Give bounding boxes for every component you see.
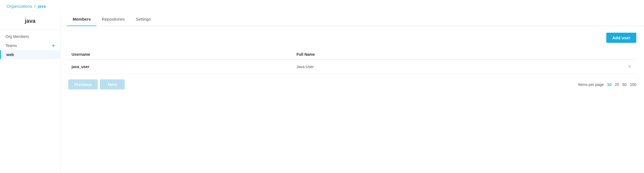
col-header-actions	[516, 49, 636, 60]
ipp-100[interactable]: 100	[630, 82, 636, 87]
items-per-page-label: Items per page	[578, 82, 604, 87]
tab-bar: Members Repositories Settings	[61, 12, 644, 26]
next-button[interactable]: Next	[100, 79, 125, 90]
tab-repositories[interactable]: Repositories	[96, 12, 130, 26]
sidebar-org-name: java	[0, 18, 60, 30]
sidebar-item-web[interactable]: web	[0, 50, 60, 59]
sidebar-item-label: Org Members	[6, 34, 29, 39]
sidebar-item-label: Teams	[6, 43, 17, 48]
sidebar-divider	[0, 30, 60, 30]
breadcrumb-separator: /	[34, 4, 36, 9]
breadcrumb-org-link[interactable]: Organizations	[7, 4, 32, 9]
add-team-icon[interactable]: +	[52, 43, 55, 48]
tab-members[interactable]: Members	[67, 12, 96, 26]
sidebar-item-teams[interactable]: Teams +	[0, 41, 60, 50]
sidebar-item-org-members[interactable]: Org Members	[0, 32, 60, 41]
pagination-bar: Previous Next Items per page 10 25 50 10…	[68, 79, 636, 90]
breadcrumb-current: java	[38, 4, 46, 9]
cell-username: java_user	[68, 60, 293, 74]
ipp-25[interactable]: 25	[615, 82, 619, 87]
add-user-button[interactable]: Add user	[606, 33, 636, 43]
main-layout: java Org Members Teams + web Members Rep…	[0, 12, 644, 172]
col-header-username: Username	[68, 49, 293, 60]
main-content: Members Repositories Settings Add user U…	[61, 12, 644, 172]
sidebar-item-label: web	[6, 52, 14, 57]
previous-button[interactable]: Previous	[68, 79, 98, 90]
ipp-10[interactable]: 10	[607, 82, 612, 87]
sidebar: java Org Members Teams + web	[0, 12, 61, 172]
content-area: Add user Username Full Name java_user Ja…	[61, 26, 644, 96]
ipp-50[interactable]: 50	[622, 82, 627, 87]
members-table: Username Full Name java_user Java User ✕	[68, 49, 636, 74]
toolbar: Add user	[68, 33, 636, 43]
table-row: java_user Java User ✕	[68, 60, 636, 74]
items-per-page: Items per page 10 25 50 100	[578, 82, 636, 87]
remove-user-button[interactable]: ✕	[626, 63, 633, 70]
tab-settings[interactable]: Settings	[130, 12, 156, 26]
breadcrumb: Organizations / java	[0, 0, 644, 12]
cell-fullname: Java User	[293, 60, 516, 74]
col-header-fullname: Full Name	[293, 49, 516, 60]
